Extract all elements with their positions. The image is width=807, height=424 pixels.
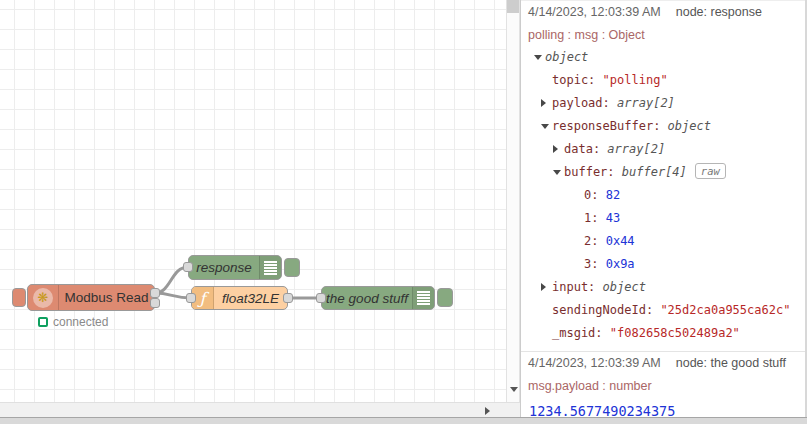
- response-input-port[interactable]: [183, 262, 193, 272]
- debug-tree-row: 0: 82: [528, 184, 799, 207]
- timestamp: 4/14/2023, 12:03:39 AM: [528, 356, 661, 370]
- tree-key: buffer:: [564, 165, 622, 179]
- debug-tree-row[interactable]: payload: array[2]: [528, 92, 799, 115]
- node-the-good-stuff[interactable]: the good stuff: [321, 286, 435, 310]
- debug-tree-row: 3: 0x9a: [528, 253, 799, 276]
- tree-value: 82: [606, 188, 620, 202]
- tree-value: object: [545, 50, 588, 64]
- debug-message-meta: 4/14/2023, 12:03:39 AMnode: response: [528, 5, 799, 19]
- flow-canvas[interactable]: ❋ Modbus Read connected response ƒ float…: [0, 0, 506, 402]
- chevron-right-icon[interactable]: [553, 145, 558, 153]
- status-dot-icon: [38, 317, 48, 327]
- debug-tree-row: sendingNodeId: "25d2ca0a955ca62c": [528, 299, 799, 322]
- raw-button[interactable]: raw: [695, 163, 726, 179]
- debug-message: 4/14/2023, 12:03:39 AMnode: response pol…: [521, 0, 805, 352]
- debug-tree-row: _msgid: "f082658c502489a2": [528, 322, 799, 345]
- debug-console-icon: [417, 291, 430, 305]
- tree-key: sendingNodeId:: [552, 303, 660, 317]
- modbus-node-button[interactable]: [12, 288, 26, 307]
- node-red-window: ❋ Modbus Read connected response ƒ float…: [0, 0, 807, 424]
- goodstuff-debug-toggle-button[interactable]: [437, 288, 453, 307]
- tree-value: 0x9a: [606, 257, 635, 271]
- modbus-output-port-1[interactable]: [150, 288, 160, 298]
- response-debug-toggle-button[interactable]: [284, 258, 300, 277]
- chevron-right-icon[interactable]: [541, 99, 546, 107]
- tree-value: object: [603, 280, 646, 294]
- scroll-right-arrow-icon[interactable]: [485, 407, 490, 415]
- source-node-link[interactable]: node: response: [676, 5, 762, 19]
- debug-message: 4/14/2023, 12:03:39 AMnode: the good stu…: [521, 352, 805, 417]
- tree-key: _msgid:: [552, 326, 610, 340]
- tree-key: data:: [564, 142, 607, 156]
- vertical-scrollbar[interactable]: [506, 0, 520, 402]
- debug-message-meta: 4/14/2023, 12:03:39 AMnode: the good stu…: [528, 356, 799, 370]
- message-path: polling : msg : Object: [528, 28, 799, 42]
- tree-value: 0x44: [606, 234, 635, 248]
- node-label: the good stuff: [322, 287, 412, 309]
- status-text: connected: [53, 315, 108, 329]
- payload-number-value: 1234.5677490234375: [529, 403, 799, 417]
- debug-tree-row[interactable]: responseBuffer: object: [528, 115, 799, 138]
- float32le-input-port[interactable]: [186, 293, 196, 303]
- debug-console-icon: [264, 261, 277, 275]
- tree-value: object: [668, 119, 711, 133]
- debug-tree-row[interactable]: input: object: [528, 276, 799, 299]
- scroll-down-arrow-icon[interactable]: [510, 387, 518, 392]
- node-modbus-read[interactable]: ❋ Modbus Read: [27, 284, 155, 311]
- tree-key: 1:: [584, 211, 606, 225]
- message-path: msg.payload : number: [528, 379, 799, 393]
- node-label: Modbus Read: [59, 285, 154, 310]
- wire-layer: [0, 0, 506, 402]
- node-float32le[interactable]: ƒ float32LE: [191, 286, 288, 310]
- debug-tree-row[interactable]: data: array[2]: [528, 138, 799, 161]
- chevron-down-icon[interactable]: [553, 170, 561, 175]
- tree-value: "polling": [603, 73, 668, 87]
- debug-tree-row[interactable]: buffer: buffer[4]raw: [528, 161, 799, 184]
- debug-icon-region: [412, 287, 434, 309]
- tree-value: buffer[4]: [622, 165, 687, 179]
- node-label: float32LE: [214, 287, 287, 309]
- debug-tree: objecttopic: "polling"payload: array[2]r…: [528, 46, 799, 345]
- tree-key: 0:: [584, 188, 606, 202]
- tree-key: 3:: [584, 257, 606, 271]
- chevron-down-icon[interactable]: [534, 55, 542, 60]
- source-node-link[interactable]: node: the good stuff: [676, 356, 786, 370]
- debug-tree-row[interactable]: object: [528, 46, 799, 69]
- float32le-output-port[interactable]: [283, 293, 293, 303]
- timestamp: 4/14/2023, 12:03:39 AM: [528, 5, 661, 19]
- debug-icon-region: [259, 256, 281, 279]
- debug-tree-row: topic: "polling": [528, 69, 799, 92]
- modbus-icon-region: ❋: [28, 285, 59, 310]
- tree-value: array[2]: [617, 96, 675, 110]
- tree-key: input:: [552, 280, 603, 294]
- chevron-right-icon[interactable]: [541, 283, 546, 291]
- tree-value: "f082658c502489a2": [610, 326, 740, 340]
- debug-sidebar: 4/14/2023, 12:03:39 AMnode: response pol…: [521, 0, 807, 417]
- vertical-scrollbar-thumb[interactable]: [507, 0, 519, 13]
- debug-tree-row: 2: 0x44: [528, 230, 799, 253]
- tree-key: 2:: [584, 234, 606, 248]
- node-response[interactable]: response: [188, 255, 282, 280]
- modbus-flower-icon: ❋: [33, 288, 53, 308]
- modbus-output-port-2[interactable]: [150, 298, 160, 308]
- goodstuff-input-port[interactable]: [316, 293, 326, 303]
- debug-tree-row: 1: 43: [528, 207, 799, 230]
- tree-key: topic:: [552, 73, 603, 87]
- chevron-down-icon[interactable]: [541, 124, 549, 129]
- tree-value: "25d2ca0a955ca62c": [660, 303, 790, 317]
- tree-value: array[2]: [607, 142, 665, 156]
- tree-key: payload:: [552, 96, 617, 110]
- node-status: connected: [38, 315, 108, 329]
- horizontal-scrollbar[interactable]: [0, 402, 520, 417]
- window-footer: [0, 417, 807, 424]
- tree-key: responseBuffer:: [552, 119, 668, 133]
- node-label: response: [189, 256, 259, 279]
- tree-value: 43: [606, 211, 620, 225]
